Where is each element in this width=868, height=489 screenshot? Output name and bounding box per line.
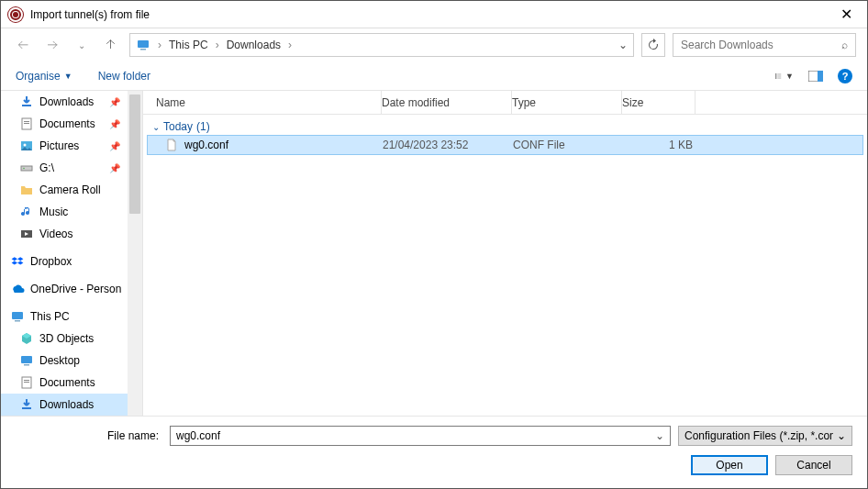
filename-input[interactable] bbox=[176, 429, 655, 442]
dropbox-icon bbox=[10, 254, 25, 269]
pin-icon: 📌 bbox=[109, 119, 120, 129]
cancel-button[interactable]: Cancel bbox=[775, 455, 852, 475]
document-icon bbox=[19, 375, 34, 390]
address-bar[interactable]: › This PC › Downloads › ⌄ bbox=[129, 33, 634, 57]
app-icon bbox=[8, 7, 23, 22]
chevron-icon: › bbox=[216, 39, 219, 51]
file-type: CONF File bbox=[513, 139, 623, 151]
address-dropdown[interactable]: ⌄ bbox=[618, 39, 628, 51]
help-button[interactable]: ? bbox=[838, 69, 852, 83]
download-icon bbox=[19, 94, 34, 109]
tree-scrollbar[interactable] bbox=[128, 91, 142, 416]
tree-onedrive[interactable]: OneDrive - Person bbox=[1, 278, 142, 300]
svg-rect-2 bbox=[138, 40, 149, 48]
svg-rect-3 bbox=[140, 49, 146, 50]
music-icon bbox=[19, 205, 34, 219]
tree-music[interactable]: Music bbox=[1, 201, 142, 223]
tree-videos[interactable]: Videos bbox=[1, 223, 142, 245]
breadcrumb-thispc[interactable]: This PC bbox=[169, 39, 208, 51]
view-options[interactable]: ▼ bbox=[775, 69, 794, 83]
file-name: wg0.conf bbox=[184, 139, 228, 151]
filename-dropdown[interactable]: ⌄ bbox=[655, 429, 664, 442]
header-type[interactable]: Type bbox=[512, 91, 622, 114]
organise-menu[interactable]: Organise▼ bbox=[16, 70, 72, 83]
back-button[interactable]: 🡠 bbox=[12, 34, 34, 56]
tree-documents[interactable]: Documents📌 bbox=[1, 113, 142, 135]
chevron-icon: › bbox=[288, 39, 292, 51]
nav-tree[interactable]: Downloads📌 Documents📌 Pictures📌 G:\📌 Cam… bbox=[1, 91, 143, 416]
tree-downloads[interactable]: Downloads📌 bbox=[1, 91, 142, 113]
tree-pictures[interactable]: Pictures📌 bbox=[1, 135, 142, 157]
svg-point-17 bbox=[24, 144, 27, 147]
chevron-icon: › bbox=[158, 39, 161, 51]
pin-icon: 📌 bbox=[109, 97, 120, 107]
header-size[interactable]: Size bbox=[622, 91, 696, 114]
breadcrumb-downloads[interactable]: Downloads bbox=[227, 39, 281, 51]
svg-point-1 bbox=[13, 12, 18, 17]
svg-point-19 bbox=[23, 168, 25, 170]
svg-rect-26 bbox=[24, 380, 29, 381]
up-button[interactable]: 🡡 bbox=[100, 34, 122, 56]
desktop-icon bbox=[19, 353, 34, 368]
refresh-button[interactable] bbox=[641, 33, 665, 57]
drive-icon bbox=[19, 161, 34, 175]
search-box[interactable]: ⌕ bbox=[673, 33, 856, 57]
open-button[interactable]: Open bbox=[691, 455, 768, 475]
filter-combo[interactable]: Configuration Files (*.zip, *.con ⌄ bbox=[678, 426, 852, 446]
tree-downloads2[interactable]: Downloads bbox=[1, 394, 142, 416]
group-today[interactable]: ⌄ Today (1) bbox=[143, 115, 867, 135]
onedrive-icon bbox=[10, 282, 25, 296]
pc-icon bbox=[10, 309, 25, 324]
svg-rect-21 bbox=[12, 312, 23, 319]
svg-rect-6 bbox=[775, 77, 776, 78]
file-date: 21/04/2023 23:52 bbox=[383, 139, 513, 151]
filename-label: File name: bbox=[16, 429, 162, 442]
svg-rect-22 bbox=[15, 320, 20, 322]
document-icon bbox=[19, 117, 34, 131]
pin-icon: 📌 bbox=[109, 163, 120, 173]
svg-rect-14 bbox=[24, 121, 29, 122]
svg-rect-15 bbox=[24, 123, 29, 124]
chevron-down-icon: ⌄ bbox=[152, 122, 160, 132]
file-row[interactable]: wg0.conf 21/04/2023 23:52 CONF File 1 KB bbox=[147, 135, 863, 155]
svg-rect-18 bbox=[21, 166, 32, 171]
svg-rect-11 bbox=[818, 71, 823, 82]
tree-3dobjects[interactable]: 3D Objects bbox=[1, 328, 142, 350]
pc-icon bbox=[136, 38, 150, 52]
file-size: 1 KB bbox=[623, 139, 693, 151]
filename-combo[interactable]: ⌄ bbox=[170, 426, 671, 446]
tree-gdrive[interactable]: G:\📌 bbox=[1, 157, 142, 179]
pin-icon: 📌 bbox=[109, 141, 120, 151]
svg-rect-24 bbox=[24, 364, 29, 366]
column-headers[interactable]: Name Date modified Type Size bbox=[143, 91, 867, 115]
pictures-icon bbox=[19, 139, 34, 153]
file-icon bbox=[164, 138, 179, 152]
tree-dropbox[interactable]: Dropbox bbox=[1, 250, 142, 272]
svg-rect-28 bbox=[22, 407, 31, 409]
close-button[interactable]: ✕ bbox=[833, 2, 860, 27]
tree-documents2[interactable]: Documents bbox=[1, 372, 142, 394]
svg-rect-5 bbox=[775, 75, 776, 76]
svg-rect-4 bbox=[775, 73, 776, 74]
download-icon bbox=[19, 397, 34, 412]
recent-dropdown[interactable]: ⌄ bbox=[71, 34, 93, 56]
header-date[interactable]: Date modified bbox=[382, 91, 512, 114]
svg-rect-27 bbox=[24, 382, 29, 383]
videos-icon bbox=[19, 227, 34, 241]
preview-pane-button[interactable] bbox=[807, 69, 825, 83]
folder-icon bbox=[19, 183, 34, 197]
search-input[interactable] bbox=[681, 39, 836, 51]
new-folder-button[interactable]: New folder bbox=[98, 70, 150, 83]
tree-desktop[interactable]: Desktop bbox=[1, 350, 142, 372]
window-title: Import tunnel(s) from file bbox=[30, 8, 833, 21]
3d-icon bbox=[19, 331, 34, 346]
chevron-down-icon: ⌄ bbox=[837, 429, 846, 442]
search-icon: ⌕ bbox=[841, 39, 848, 51]
svg-rect-23 bbox=[21, 356, 32, 363]
forward-button[interactable]: 🡢 bbox=[41, 34, 63, 56]
tree-thispc[interactable]: This PC bbox=[1, 306, 142, 328]
tree-camera[interactable]: Camera Roll bbox=[1, 179, 142, 201]
svg-rect-12 bbox=[22, 105, 31, 106]
header-name[interactable]: Name bbox=[143, 91, 382, 114]
